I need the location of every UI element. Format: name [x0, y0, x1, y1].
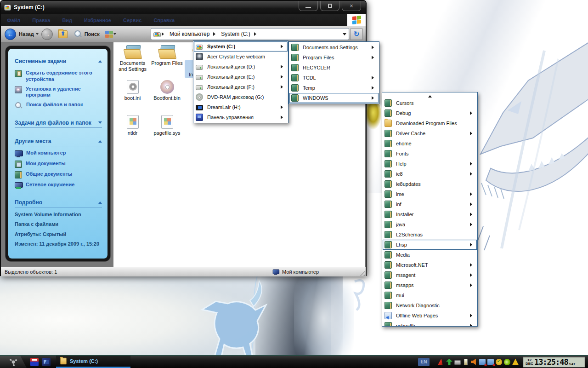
menu-item-ime[interactable]: ime	[383, 189, 477, 199]
menu-item-tcdl[interactable]: TCDL	[289, 73, 379, 83]
menu-item-offline-web-pages[interactable]: Offline Web Pages	[383, 310, 477, 321]
menubar-item-файл[interactable]: Файл	[1, 17, 26, 23]
sidebar-item-общие-документы[interactable]: Общие документы	[15, 171, 102, 178]
battery-icon[interactable]	[464, 359, 468, 365]
taskbar: System (C:) EN 12 DEC 13:25:48 SAT	[0, 355, 588, 368]
forward-button[interactable]: →	[41, 29, 53, 40]
menu-item-installer[interactable]: Installer	[383, 209, 477, 219]
chevron-up-icon[interactable]	[98, 138, 102, 143]
menu-item-dreamlair-h[interactable]: DreamLair (H:)	[194, 102, 288, 112]
menu-item-dvd-ram-дисковод-g[interactable]: DVD-RAM дисковод (G:)	[194, 92, 288, 102]
update-shield-icon[interactable]	[496, 359, 502, 365]
sidebar-item-мои-документы[interactable]: Мои документы	[15, 161, 102, 168]
menu-item-microsoft-net[interactable]: Microsoft.NET	[383, 260, 477, 270]
sidebar-item-скрыть-содержимое-этого-устройства[interactable]: Скрыть содержимое этого устройства	[15, 70, 102, 83]
address-dropdown-icon[interactable]	[343, 33, 346, 37]
chevron-down-icon[interactable]	[98, 121, 102, 126]
file-item-boot-ini[interactable]: boot.ini	[115, 80, 150, 115]
menu-item-ie8updates[interactable]: ie8updates	[383, 179, 477, 189]
start-button[interactable]	[0, 356, 27, 368]
close-button[interactable]: ×	[342, 1, 361, 11]
menu-item-ie8[interactable]: ie8	[383, 169, 477, 179]
breadcrumb-мой-компьютер[interactable]: Мой компьютер	[167, 31, 212, 37]
floppy-icon[interactable]	[30, 358, 39, 366]
back-dropdown-icon[interactable]	[36, 33, 39, 36]
views-dropdown-icon[interactable]	[113, 33, 116, 36]
menu-item-локальный-диск-e[interactable]: Локальный диск (E:)	[194, 72, 288, 82]
address-bar[interactable]: Мой компьютерSystem (C:)	[151, 28, 349, 40]
menubar-item-справка[interactable]: Справка	[147, 17, 181, 23]
signal-antenna-icon[interactable]	[438, 359, 444, 365]
taskbar-clock[interactable]: 12 DEC 13:25:48 SAT	[523, 356, 585, 368]
title-bar[interactable]: System (C:) ×	[1, 1, 366, 14]
chevron-up-icon[interactable]	[98, 58, 102, 63]
menu-item-l2schemas[interactable]: L2Schemas	[383, 230, 477, 240]
resize-grip[interactable]	[359, 270, 365, 276]
up-one-level-button[interactable]	[58, 30, 68, 38]
sidebar-header-подробно[interactable]: Подробно	[15, 199, 102, 207]
menu-item-debug[interactable]: Debug	[383, 108, 477, 118]
menu-item-msagent[interactable]: msagent	[383, 270, 477, 280]
sidebar-item-поиск-файлов-и-папок[interactable]: Поиск файлов и папок	[15, 102, 102, 109]
menu-item-windows[interactable]: WINDOWS	[289, 93, 379, 103]
file-item-program-files[interactable]: Program Files	[150, 45, 184, 80]
nvidia-icon[interactable]	[504, 359, 510, 365]
menu-item-network-diagnostic[interactable]: Network Diagnostic	[383, 300, 477, 310]
menu-item-msapps[interactable]: msapps	[383, 280, 477, 290]
file-item-ntldr[interactable]: ntldr	[115, 115, 150, 150]
graphics-warning-icon[interactable]	[512, 359, 519, 365]
usb-eject-icon[interactable]	[446, 359, 452, 365]
search-icon[interactable]	[74, 30, 82, 38]
photo-app-icon[interactable]	[42, 358, 51, 366]
file-item-documents-and-settings[interactable]: Documents and Settings	[115, 45, 150, 80]
menu-item-локальный-диск-d[interactable]: Локальный диск (D:)	[194, 62, 288, 72]
menu-item-media[interactable]: Media	[383, 250, 477, 260]
menu-item-downloaded-program-files[interactable]: Downloaded Program Files	[383, 118, 477, 128]
menu-item-pchealth[interactable]: pchealth	[383, 321, 477, 327]
sidebar-header-другие-места[interactable]: Другие места	[15, 138, 102, 146]
menu-item-lhsp[interactable]: Lhsp	[383, 240, 477, 250]
menu-item-system-c[interactable]: System (C:)	[194, 41, 288, 52]
menu-item-ehome[interactable]: ehome	[383, 138, 477, 149]
menu-item-label: L2Schemas	[396, 232, 423, 237]
refresh-button[interactable]: ↻	[350, 28, 363, 40]
file-item-pagefile-sys[interactable]: pagefile.sys	[150, 115, 184, 150]
menu-item-cursors[interactable]: Cursors	[383, 98, 477, 108]
menu-item-fonts[interactable]: Fonts	[383, 149, 477, 159]
menu-item-driver-cache[interactable]: Driver Cache	[383, 128, 477, 138]
menubar-item-сервис[interactable]: Сервис	[117, 17, 147, 23]
maximize-button[interactable]	[320, 1, 339, 11]
file-item-bootfont-bin[interactable]: Bootfont.bin	[150, 80, 184, 115]
menu-item-локальный-диск-f[interactable]: Локальный диск (F:)	[194, 82, 288, 92]
taskbar-task-button[interactable]: System (C:)	[56, 356, 130, 368]
menu-item-java[interactable]: java	[383, 219, 477, 230]
back-button[interactable]: ←	[5, 29, 16, 40]
menu-item-help[interactable]: Help	[383, 159, 477, 169]
menu-scroll-up[interactable]	[383, 93, 477, 98]
chevron-up-icon[interactable]	[98, 200, 102, 204]
sidebar-item-мой-компьютер[interactable]: Мой компьютер	[15, 150, 102, 157]
menubar-item-правка[interactable]: Правка	[26, 17, 56, 23]
volume-icon[interactable]	[471, 359, 477, 365]
menu-item-acer-crystal-eye-webcam[interactable]: Acer Crystal Eye webcam	[194, 52, 288, 62]
display-icon[interactable]	[454, 360, 461, 365]
menu-item-панель-управления[interactable]: Панель управления	[194, 112, 288, 122]
breadcrumb-system-c[interactable]: System (C:)	[218, 31, 253, 37]
menubar-item-вид[interactable]: Вид	[56, 17, 78, 23]
network-disconnected-icon[interactable]	[487, 359, 494, 365]
minimize-button[interactable]	[299, 1, 318, 11]
menu-item-recycler[interactable]: RECYCLER	[289, 63, 379, 73]
sidebar-header-задачи-для-файлов-и-папок[interactable]: Задачи для файлов и папок	[15, 120, 102, 128]
menu-item-temp[interactable]: Temp	[289, 83, 379, 93]
menu-item-documents-and-settings[interactable]: Documents and Settings	[289, 42, 379, 52]
menu-item-program-files[interactable]: Program Files	[289, 52, 379, 63]
sidebar-item-установка-и-удаление-программ[interactable]: Установка и удаление программ	[15, 86, 102, 99]
views-button[interactable]	[105, 31, 113, 38]
menubar-item-избранное[interactable]: Избранное	[78, 17, 117, 23]
menu-item-inf[interactable]: inf	[383, 199, 477, 209]
sidebar-header-системные-задачи[interactable]: Системные задачи	[15, 58, 102, 66]
language-indicator[interactable]: EN	[418, 358, 430, 366]
sidebar-item-сетевое-окружение[interactable]: Сетевое окружение	[15, 182, 102, 189]
menu-item-mui[interactable]: mui	[383, 290, 477, 300]
network-offline-icon[interactable]	[479, 359, 486, 365]
